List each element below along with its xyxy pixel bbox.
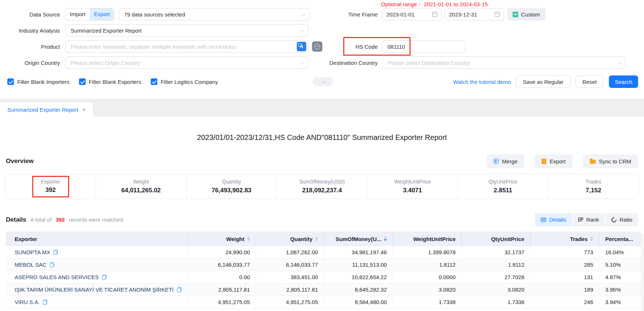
export-button[interactable]: Export: [535, 154, 572, 168]
hs-code-input[interactable]: [382, 40, 466, 53]
weight-cell: 0.00: [188, 271, 256, 283]
hs-code-group: HS Code: [319, 40, 466, 53]
stat-qty-unit-price: QtyUnitPrice 2.8511: [457, 174, 548, 199]
custom-range-button[interactable]: Custom: [507, 8, 546, 21]
import-toggle[interactable]: Import: [65, 8, 90, 20]
sort-asc-icon: [247, 237, 250, 238]
tutorial-demo-link[interactable]: Watch the tutorial demo: [453, 79, 511, 85]
sort-control[interactable]: [590, 237, 593, 241]
checkbox-label: Filter Blank Exporters: [89, 79, 141, 85]
collapse-filters-button[interactable]: [313, 77, 333, 86]
destination-country-select[interactable]: Please select Destination Country: [382, 56, 626, 69]
checkbox-checked-icon: [79, 78, 86, 85]
stat-label: Exporter: [41, 179, 60, 185]
filter-row-data-source: Data Source Import Export 79 data source…: [0, 8, 644, 21]
data-sources-select[interactable]: 79 data sources selected: [119, 8, 310, 21]
product-label: Product: [0, 44, 60, 50]
weight-cell: 6,146,033.77: [188, 259, 256, 271]
end-date-field[interactable]: [445, 8, 504, 21]
stat-quantity: Quantity 76,493,902.83: [186, 174, 277, 199]
export-toggle[interactable]: Export: [90, 8, 114, 20]
tab-bar: Summarized Exporter Report ×: [0, 99, 644, 116]
sum-of-money-cell: 8,584,480.00: [324, 296, 393, 308]
search-button[interactable]: Search: [609, 75, 638, 88]
qty-unit-price-cell: 27.7028: [462, 271, 531, 283]
translate-icon[interactable]: [297, 42, 306, 51]
table-row: ASEPRO SALES AND SERVICES 0.00 383,451.0…: [6, 271, 641, 284]
exporter-name-link[interactable]: VIRU S.A.: [15, 299, 40, 305]
copy-icon[interactable]: [177, 287, 181, 292]
stat-label: SumOfMoney(USD): [299, 179, 345, 185]
overview-stats-card: Exporter 392 Weight 64,011,265.02 Quanti…: [5, 174, 639, 199]
exporter-highlight-box: Exporter 392: [32, 176, 69, 197]
sort-asc-icon: [384, 237, 387, 238]
overview-header: Overview Merge Export Sync to CRM: [6, 154, 638, 168]
filter-actions: Watch the tutorial demo Save as Regular …: [453, 75, 638, 88]
column-header-percentage: Percenta...: [599, 232, 641, 246]
stat-value: 218,092,237.4: [302, 187, 342, 194]
column-header-trades[interactable]: Trades: [531, 232, 599, 246]
origin-country-select[interactable]: Please select Origin Country: [65, 56, 308, 69]
exporter-name-link[interactable]: IŞIK TARIM ÜRÜNLERİ SANAYİ VE TİCARET AN…: [15, 286, 174, 293]
exporter-name-link[interactable]: ASEPRO SALES AND SERVICES: [15, 274, 99, 280]
chevron-down-icon: [301, 11, 306, 16]
tab-summarized-exporter-report[interactable]: Summarized Exporter Report ×: [0, 103, 93, 116]
sort-control-active-desc[interactable]: [384, 237, 387, 241]
sort-control[interactable]: [247, 237, 250, 241]
save-as-regular-button[interactable]: Save as Regular: [516, 75, 570, 88]
optional-range-note: Optional range： 2021-01-01 to 2024-03-15: [381, 1, 488, 8]
destination-country-group: Destination Country Please select Destin…: [319, 56, 626, 69]
export-file-icon: [542, 159, 546, 164]
view-details-button[interactable]: Details: [535, 213, 572, 226]
view-rank-button[interactable]: Rank: [573, 213, 605, 226]
column-header-qty-unit-price: QtyUnitPrice: [462, 232, 531, 246]
filter-panel: Optional range： 2021-01-01 to 2024-03-15…: [0, 0, 644, 88]
stat-value: 3.4071: [403, 187, 422, 194]
merge-button[interactable]: Merge: [487, 154, 525, 168]
view-rank-label: Rank: [586, 216, 599, 223]
sync-to-crm-button[interactable]: Sync to CRM: [583, 154, 638, 168]
trades-cell: 246: [531, 296, 599, 308]
percentage-cell: 5.10%: [599, 259, 641, 271]
copy-icon[interactable]: [43, 300, 47, 305]
start-date-input[interactable]: [386, 11, 423, 18]
report-title: 2023/01/01-2023/12/31,HS Code AND"081110…: [0, 133, 644, 142]
details-summary: Details A total of 392 records were matc…: [6, 216, 123, 223]
industry-analysis-select[interactable]: Summarized Exporter Report: [65, 24, 308, 37]
product-keywords-input[interactable]: [65, 40, 308, 53]
exporter-name-link[interactable]: MEBOL SAC: [15, 262, 46, 268]
checkbox-filter-blank-exporters[interactable]: Filter Blank Exporters: [79, 78, 141, 85]
exporter-name-link[interactable]: SUNOPTA MX: [15, 249, 50, 255]
column-label: QtyUnitPrice: [491, 236, 524, 242]
stat-value: 392: [45, 186, 56, 194]
checkbox-filter-blank-importers[interactable]: Filter Blank Importers: [7, 78, 70, 85]
sum-of-money-cell: 10,622,654.22: [324, 271, 393, 283]
copy-icon[interactable]: [50, 262, 54, 267]
reset-button[interactable]: Reset: [576, 75, 604, 88]
sort-asc-icon: [590, 237, 593, 238]
sort-control[interactable]: [315, 237, 318, 241]
stat-label: QtyUnitPrice: [488, 179, 517, 185]
stat-trades: Trades 7,152: [548, 174, 639, 199]
column-header-quantity[interactable]: Quantity: [256, 232, 324, 246]
column-header-weight[interactable]: Weight: [188, 232, 256, 246]
stat-weight-unit-price: WeightUnitPrice 3.4071: [367, 174, 457, 199]
start-date-field[interactable]: [382, 8, 442, 21]
time-frame-label: Time Frame: [319, 11, 378, 18]
copy-icon[interactable]: [102, 275, 106, 280]
scrollbar[interactable]: [641, 234, 644, 311]
percentage-cell: 16.04%: [599, 246, 641, 258]
folder-icon: [590, 160, 596, 164]
import-export-segmented: Import Export: [65, 8, 114, 21]
column-header-sum-of-money[interactable]: SumOfMoney(U...: [324, 232, 393, 246]
view-ratio-button[interactable]: Ratio: [606, 213, 638, 226]
overview-actions: Merge Export Sync to CRM: [487, 154, 638, 168]
exporter-cell: ASEPRO SALES AND SERVICES: [6, 271, 188, 283]
trades-cell: 131: [531, 271, 599, 283]
column-label: SumOfMoney(U...: [336, 236, 381, 242]
copy-icon[interactable]: [53, 250, 58, 255]
table-row: MEBOL SAC 6,146,033.77 6,146,033.77 11,1…: [6, 259, 641, 271]
checkbox-filter-logistics-company[interactable]: Filter Logitics Company: [151, 78, 218, 85]
close-icon[interactable]: ×: [82, 107, 86, 113]
end-date-input[interactable]: [449, 11, 486, 18]
